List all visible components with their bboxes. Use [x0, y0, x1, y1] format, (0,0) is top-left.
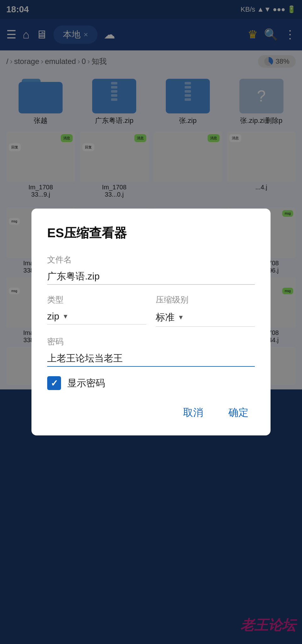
show-password-label: 显示密码	[67, 377, 105, 390]
filename-input[interactable]	[47, 268, 255, 285]
cancel-button[interactable]: 取消	[177, 403, 210, 423]
type-value: zip	[47, 311, 59, 322]
show-password-row: ✓ 显示密码	[47, 376, 255, 390]
filename-label: 文件名	[47, 254, 255, 265]
compression-arrow-icon: ▼	[178, 314, 184, 321]
type-label: 类型	[47, 294, 146, 305]
type-field: 类型 zip ▼	[47, 294, 146, 327]
checkmark-icon: ✓	[51, 378, 58, 388]
compression-dropdown[interactable]: 标准 ▼	[156, 308, 255, 327]
type-compression-row: 类型 zip ▼ 压缩级别 标准 ▼	[47, 294, 255, 327]
es-zip-dialog: ES压缩查看器 文件名 类型 zip ▼ 压缩级别 标准 ▼ 密码	[31, 209, 271, 435]
dialog-title: ES压缩查看器	[47, 224, 255, 242]
password-label: 密码	[47, 336, 255, 347]
type-arrow-icon: ▼	[62, 313, 69, 320]
dialog-buttons: 取消 确定	[47, 403, 255, 423]
compression-field: 压缩级别 标准 ▼	[156, 294, 255, 327]
password-input[interactable]	[47, 350, 255, 367]
confirm-button[interactable]: 确定	[222, 403, 255, 423]
compression-value: 标准	[156, 311, 175, 324]
dialog-overlay: ES压缩查看器 文件名 类型 zip ▼ 压缩级别 标准 ▼ 密码	[0, 0, 302, 644]
type-dropdown[interactable]: zip ▼	[47, 308, 146, 325]
compression-label: 压缩级别	[156, 294, 255, 305]
show-password-checkbox[interactable]: ✓	[47, 376, 61, 390]
